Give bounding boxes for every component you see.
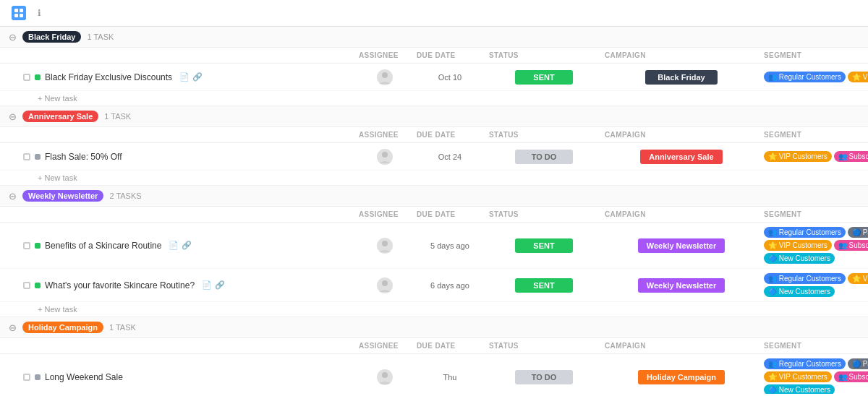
segment-tag[interactable]: 👥 Regular Customers: [764, 358, 846, 369]
campaign-cell[interactable]: Weekly Newsletter: [602, 238, 761, 253]
status-cell[interactable]: TO DO: [486, 370, 602, 384]
assignee-cell: [356, 277, 414, 293]
task-name[interactable]: What's your favorite Skincare Routine?: [45, 280, 195, 290]
columns-header: ASSIGNEEDUE DATESTATUSCAMPAIGNSEGMENTFIL…: [0, 127, 868, 143]
campaign-badge[interactable]: Holiday Campaign: [638, 370, 725, 384]
campaign-cell[interactable]: Black Friday: [602, 70, 761, 85]
app-icon: [12, 6, 26, 20]
segment-tag[interactable]: 👥 Regular Customers: [764, 72, 846, 82]
campaign-cell[interactable]: Weekly Newsletter: [602, 278, 761, 293]
new-task-row[interactable]: + New task: [0, 91, 868, 106]
task-name-cell: Long Weekend Sale: [9, 372, 356, 382]
group-holiday-campaign: ⊖ Holiday Campaign 1 TASK ASSIGNEEDUE DA…: [0, 317, 868, 394]
new-task-row[interactable]: + New task: [0, 302, 868, 317]
columns-header: ASSIGNEEDUE DATESTATUSCAMPAIGNSEGMENTFIL…: [0, 338, 868, 354]
segment-cell: 👥 Regular Customers⭐ VIP Customers👥 Subs…: [761, 272, 868, 298]
campaign-cell[interactable]: Holiday Campaign: [602, 370, 761, 384]
group-header-holiday-campaign: ⊖ Holiday Campaign 1 TASK: [0, 317, 868, 338]
assignee-cell: [356, 69, 414, 85]
new-task-row[interactable]: + New task: [0, 171, 868, 185]
task-name[interactable]: Long Weekend Sale: [45, 372, 123, 382]
collapse-icon[interactable]: ⊖: [9, 32, 17, 43]
assignee-cell: [356, 369, 414, 385]
group-black-friday: ⊖ Black Friday 1 TASK ASSIGNEEDUE DATEST…: [0, 27, 868, 106]
task-priority-dot: [35, 74, 41, 80]
task-checkbox[interactable]: [23, 242, 30, 249]
status-badge[interactable]: SENT: [515, 278, 573, 293]
svg-point-6: [382, 241, 388, 246]
segment-tag[interactable]: 👥 Subscribers: [834, 151, 868, 162]
svg-rect-0: [14, 9, 18, 12]
column-header: ASSIGNEE: [356, 50, 414, 61]
segment-tag[interactable]: ⭐ VIP Customers: [764, 371, 832, 382]
task-priority-dot: [35, 243, 41, 249]
task-checkbox[interactable]: [23, 374, 30, 381]
column-header: [9, 50, 356, 61]
task-priority-dot: [35, 374, 41, 380]
svg-point-4: [382, 72, 388, 78]
group-task-count: 2 TASKS: [109, 191, 141, 200]
status-cell[interactable]: SENT: [486, 278, 602, 293]
group-task-count: 1 TASK: [87, 33, 114, 41]
status-badge[interactable]: TO DO: [515, 150, 573, 164]
avatar[interactable]: [377, 238, 393, 254]
campaign-badge[interactable]: Black Friday: [645, 70, 718, 85]
campaign-badge[interactable]: Weekly Newsletter: [638, 238, 725, 253]
campaign-badge[interactable]: Weekly Newsletter: [638, 278, 725, 293]
task-name[interactable]: Black Friday Exclusive Discounts: [45, 72, 172, 82]
due-date-cell: Oct 10: [414, 73, 486, 82]
segment-tag[interactable]: ⭐ VIP Customers: [848, 72, 868, 82]
segment-tag[interactable]: ⭐ VIP Customers: [764, 240, 832, 251]
column-header: CAMPAIGN: [602, 50, 761, 61]
task-checkbox[interactable]: [23, 282, 30, 289]
task-name[interactable]: Flash Sale: 50% Off: [45, 152, 122, 162]
segment-tag[interactable]: 🔵 Past Customers: [848, 358, 868, 369]
segment-tag[interactable]: 👥 Regular Customers: [764, 227, 846, 238]
collapse-icon[interactable]: ⊖: [9, 322, 17, 333]
status-badge[interactable]: SENT: [515, 70, 573, 85]
segment-tag[interactable]: 👥 Regular Customers: [764, 273, 846, 284]
app-header: ℹ: [0, 0, 868, 27]
segment-tag[interactable]: 🔵 Past Customers: [848, 227, 868, 238]
column-header: DUE DATE: [414, 209, 486, 220]
segment-tag[interactable]: ⭐ VIP Customers: [848, 273, 868, 284]
column-header: CAMPAIGN: [602, 129, 761, 140]
status-cell[interactable]: SENT: [486, 238, 602, 253]
link-attach-icon: 🔗: [215, 280, 225, 290]
campaign-badge[interactable]: Anniversary Sale: [640, 150, 722, 164]
column-header: CAMPAIGN: [602, 340, 761, 351]
avatar[interactable]: [377, 149, 393, 165]
info-icon[interactable]: ℹ: [38, 8, 41, 18]
segment-tag[interactable]: 👥 Subscribers: [834, 240, 868, 251]
group-tag-anniversary-sale: Anniversary Sale: [22, 111, 98, 122]
doc-icon: 📄: [169, 241, 179, 250]
column-header: ASSIGNEE: [356, 340, 414, 351]
svg-rect-1: [20, 9, 23, 12]
segment-tag[interactable]: 🔷 New Customers: [764, 286, 835, 297]
status-badge[interactable]: SENT: [515, 238, 573, 253]
avatar[interactable]: [377, 69, 393, 85]
columns-header: ASSIGNEEDUE DATESTATUSCAMPAIGNSEGMENTFIL…: [0, 48, 868, 64]
collapse-icon[interactable]: ⊖: [9, 111, 17, 122]
group-task-count: 1 TASK: [104, 112, 131, 121]
segment-tag[interactable]: 🔷 New Customers: [764, 253, 835, 264]
campaign-cell[interactable]: Anniversary Sale: [602, 150, 761, 164]
segment-tag[interactable]: ⭐ VIP Customers: [764, 151, 832, 162]
avatar[interactable]: [377, 277, 393, 293]
segment-tag[interactable]: 👥 Subscribers: [834, 371, 868, 382]
status-badge[interactable]: TO DO: [515, 370, 573, 384]
collapse-icon[interactable]: ⊖: [9, 191, 17, 202]
task-name[interactable]: Benefits of a Skincare Routine: [45, 241, 161, 251]
column-header: STATUS: [486, 129, 602, 140]
svg-rect-3: [20, 14, 23, 17]
task-checkbox[interactable]: [23, 153, 30, 160]
status-cell[interactable]: TO DO: [486, 150, 602, 164]
task-checkbox[interactable]: [23, 74, 30, 81]
segment-tag[interactable]: 🔷 New Customers: [764, 384, 835, 394]
status-cell[interactable]: SENT: [486, 70, 602, 85]
task-priority-dot: [35, 154, 41, 160]
column-header: [9, 209, 356, 220]
table-row: Flash Sale: 50% Off Oct 24TO DOAnniversa…: [0, 143, 868, 171]
task-name-cell: What's your favorite Skincare Routine? 📄…: [9, 280, 356, 290]
avatar[interactable]: [377, 369, 393, 385]
